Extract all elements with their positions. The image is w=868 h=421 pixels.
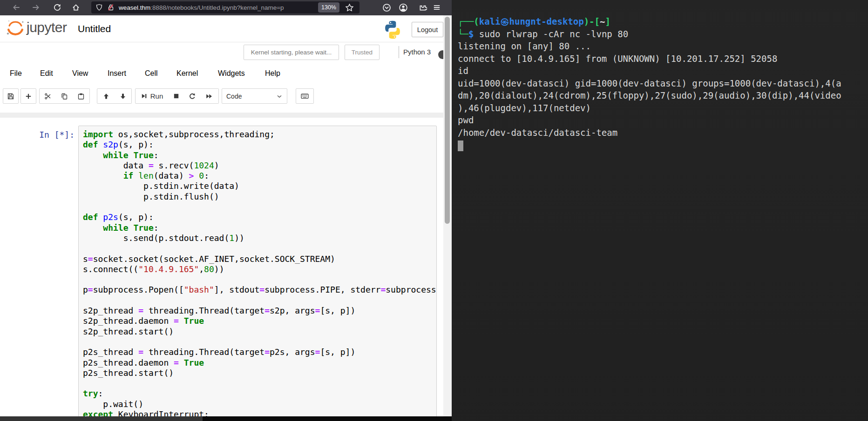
chevron-down-icon [276, 93, 283, 100]
menu-item-view[interactable]: View [72, 69, 88, 78]
menu-item-widgets[interactable]: Widgets [218, 69, 245, 78]
arrow-down-icon [119, 93, 127, 100]
run-icon [141, 93, 148, 100]
scrollbar-thumb[interactable] [445, 17, 450, 224]
paste-icon [77, 93, 85, 100]
trusted-label: Trusted [352, 49, 373, 56]
kernel-separator [399, 46, 399, 58]
code-editor[interactable]: import os,socket,subprocess,threading;de… [83, 129, 436, 416]
copy-cell-button[interactable] [56, 88, 73, 104]
restart-run-all-button[interactable] [200, 88, 219, 104]
run-button[interactable]: Run [135, 88, 169, 104]
jupyter-header: jupyter Untitled Logout [0, 15, 452, 42]
reload-icon [53, 3, 61, 12]
home-button[interactable] [71, 2, 81, 13]
save-button[interactable] [3, 88, 19, 104]
save-icon [7, 93, 14, 100]
screenshot-stage: weasel.thm:8888/notebooks/Untitled.ipynb… [0, 0, 868, 421]
menu-item-kernel[interactable]: Kernel [176, 69, 198, 78]
interrupt-kernel-button[interactable] [168, 88, 185, 104]
cut-cell-button[interactable] [39, 88, 57, 104]
jupyter-logo-text[interactable]: jupyter [27, 20, 67, 35]
jupyter-notebook-page: jupyter Untitled Logout Kernel starting,… [0, 15, 452, 416]
back-icon [12, 3, 20, 12]
arrow-up-icon [102, 93, 110, 100]
command-palette-button[interactable] [296, 88, 314, 104]
kernel-status-badge: Kernel starting, please wait... [244, 45, 339, 60]
logout-label: Logout [417, 26, 438, 33]
menu-item-file[interactable]: File [10, 69, 22, 78]
scissors-icon [44, 93, 52, 100]
zoom-level-badge[interactable]: 130% [318, 2, 339, 13]
bottom-edge-left [0, 416, 203, 421]
menu-item-insert[interactable]: Insert [108, 69, 126, 78]
kernel-name: Python 3 [403, 48, 431, 56]
stop-icon [173, 93, 180, 100]
jupyter-logo-icon[interactable] [6, 18, 25, 39]
pocket-icon[interactable] [382, 3, 391, 12]
zoom-level-value: 130% [321, 4, 336, 11]
restart-icon [189, 93, 196, 100]
copy-icon [61, 93, 68, 100]
paste-cell-button[interactable] [73, 88, 90, 104]
keyboard-icon [301, 92, 309, 100]
page-scrollbar[interactable] [443, 15, 452, 416]
run-label: Run [150, 92, 163, 100]
terminal-output: ┌──(kali㉿hungnt-desktop)-[~]└─$ sudo rlw… [458, 15, 841, 151]
notebook-cell[interactable]: import os,socket,subprocess,threading;de… [78, 126, 437, 416]
cell-type-value: Code [226, 93, 242, 100]
menubar: File Edit View Insert Cell Kernel Widget… [0, 65, 452, 83]
python-logo-icon [382, 19, 403, 40]
plus-icon [25, 93, 32, 100]
move-cell-down-button[interactable] [114, 88, 132, 104]
notebook-toolbar: Run Code [0, 82, 452, 113]
browser-toolbar: weasel.thm:8888/notebooks/Untitled.ipynb… [0, 0, 452, 16]
back-button[interactable] [11, 2, 21, 13]
cell-prompt: In [*]: [28, 130, 75, 140]
move-cell-up-button[interactable] [97, 88, 115, 104]
menu-item-cell[interactable]: Cell [145, 69, 158, 78]
insecure-lock-icon[interactable] [107, 4, 115, 11]
forward-icon [32, 3, 40, 12]
extensions-icon[interactable] [418, 3, 427, 12]
notebook-title[interactable]: Untitled [78, 23, 111, 34]
cell-type-select[interactable]: Code [222, 88, 287, 104]
restart-kernel-button[interactable] [184, 88, 200, 104]
bottom-edge-right [203, 416, 452, 421]
home-icon [72, 3, 80, 12]
reload-button[interactable] [52, 2, 62, 13]
terminal-window[interactable]: ┌──(kali㉿hungnt-desktop)-[~]└─$ sudo rlw… [452, 0, 868, 421]
shield-icon[interactable] [95, 4, 103, 11]
notebook-gutter [0, 113, 443, 118]
kernel-status-text: Kernel starting, please wait... [251, 49, 332, 56]
url-path: :8888/notebooks/Untitled.ipynb?kernel_na… [150, 4, 284, 11]
fast-forward-icon [205, 93, 213, 100]
bookmark-star-icon[interactable] [345, 3, 354, 12]
url-text[interactable]: weasel.thm:8888/notebooks/Untitled.ipynb… [119, 4, 284, 11]
add-cell-button[interactable] [20, 88, 36, 104]
menu-icon[interactable] [432, 3, 441, 12]
trusted-badge[interactable]: Trusted [345, 45, 380, 60]
menu-item-help[interactable]: Help [265, 69, 280, 78]
account-icon[interactable] [399, 3, 408, 12]
menu-item-edit[interactable]: Edit [40, 69, 53, 78]
url-host: weasel.thm [119, 4, 150, 11]
forward-button[interactable] [31, 2, 41, 13]
logout-button[interactable]: Logout [412, 22, 443, 37]
